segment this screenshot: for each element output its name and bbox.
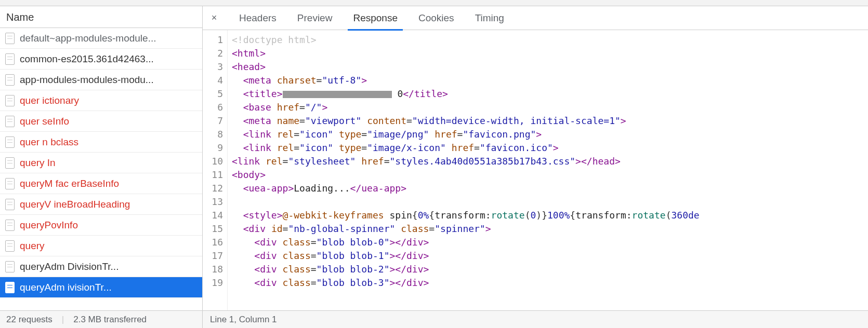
request-sidebar: Name default~app-modules-module...common… (0, 6, 203, 310)
request-row[interactable]: default~app-modules-module... (0, 28, 202, 49)
divider: | (62, 315, 64, 325)
document-icon (5, 157, 15, 169)
document-icon (5, 220, 15, 231)
document-icon (5, 199, 15, 210)
request-row[interactable]: queryAdm ivisionTr... (0, 277, 202, 298)
status-bar: 22 requests | 2.3 MB transferred Line 1,… (0, 310, 868, 328)
document-icon (5, 282, 15, 293)
document-icon (5, 136, 15, 148)
close-icon[interactable]: × (207, 11, 221, 25)
document-icon (5, 116, 15, 127)
request-list: default~app-modules-module...common-es20… (0, 28, 202, 310)
request-row[interactable]: quer seInfo (0, 111, 202, 132)
request-label: app-modules-modules-modu... (20, 74, 154, 86)
request-label: quer seInfo (20, 116, 69, 127)
request-label: quer n bclass (20, 136, 78, 148)
detail-pane: × HeadersPreviewResponseCookiesTiming 12… (203, 6, 868, 310)
request-row[interactable]: queryAdm DivisionTr... (0, 256, 202, 277)
request-label: quer ictionary (20, 95, 79, 106)
document-icon (5, 53, 15, 65)
tab-cookies[interactable]: Cookies (408, 6, 465, 30)
request-label: query In (20, 157, 56, 169)
status-requests: 22 requests (6, 315, 52, 325)
request-label: common-es2015.361d42463... (20, 53, 154, 65)
request-row[interactable]: queryM fac erBaseInfo (0, 173, 202, 194)
tab-response[interactable]: Response (343, 6, 408, 30)
request-label: queryAdm ivisionTr... (20, 282, 112, 293)
request-row[interactable]: common-es2015.361d42463... (0, 49, 202, 70)
document-icon (5, 261, 15, 272)
request-label: default~app-modules-module... (20, 33, 156, 44)
request-label: queryPovInfo (20, 220, 78, 231)
request-row[interactable]: quer ictionary (0, 90, 202, 111)
request-row[interactable]: app-modules-modules-modu... (0, 70, 202, 90)
tab-timing[interactable]: Timing (465, 6, 515, 30)
document-icon (5, 74, 15, 86)
request-row[interactable]: queryPovInfo (0, 215, 202, 236)
request-row[interactable]: queryV ineBroadHeading (0, 194, 202, 215)
request-label: queryAdm DivisionTr... (20, 261, 119, 272)
request-label: queryV ineBroadHeading (20, 199, 130, 210)
response-code-viewer[interactable]: 12345678910111213141516171819 <!doctype … (203, 30, 868, 310)
detail-tab-bar: × HeadersPreviewResponseCookiesTiming (203, 6, 868, 30)
request-label: query (20, 240, 45, 252)
request-label: queryM fac erBaseInfo (20, 178, 119, 189)
status-transferred: 2.3 MB transferred (73, 315, 147, 325)
document-icon (5, 240, 15, 252)
line-gutter: 12345678910111213141516171819 (203, 30, 228, 310)
tab-headers[interactable]: Headers (229, 6, 287, 30)
tab-preview[interactable]: Preview (287, 6, 343, 30)
code-lines[interactable]: <!doctype html><html><head> <meta charse… (228, 30, 868, 310)
request-row[interactable]: query In (0, 153, 202, 173)
document-icon (5, 95, 15, 106)
request-row[interactable]: query (0, 236, 202, 256)
request-row[interactable]: quer n bclass (0, 132, 202, 153)
document-icon (5, 178, 15, 189)
toolbar-strip (0, 0, 868, 6)
sidebar-column-header[interactable]: Name (0, 6, 202, 28)
document-icon (5, 33, 15, 44)
status-cursor: Line 1, Column 1 (210, 315, 277, 324)
